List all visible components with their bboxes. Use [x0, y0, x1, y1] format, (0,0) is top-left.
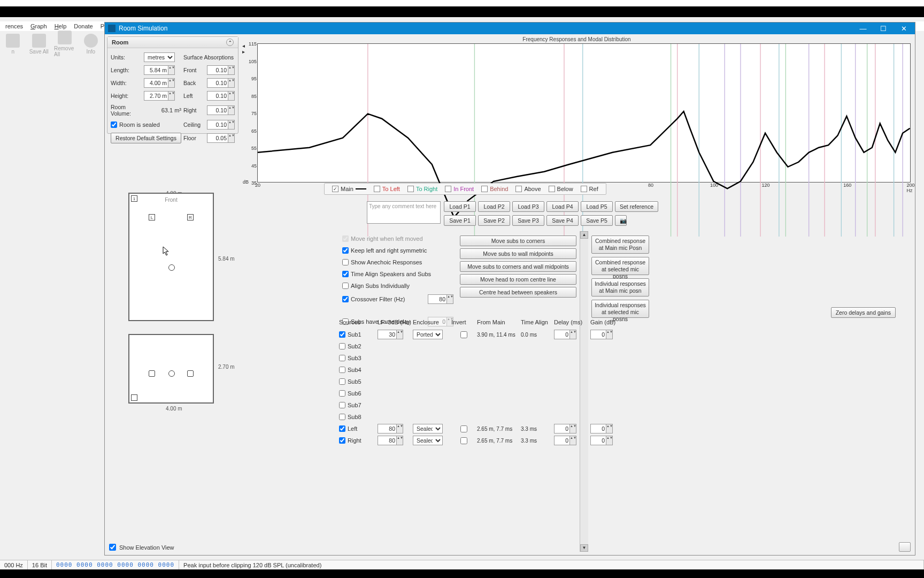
lf-input[interactable] — [378, 330, 397, 339]
save-p4-button[interactable]: Save P4 — [546, 215, 579, 226]
sealed-checkbox[interactable] — [111, 121, 117, 128]
combined-selected-button[interactable]: Combined response at selected mic posns — [591, 257, 649, 275]
source-checkbox[interactable] — [339, 355, 345, 361]
toright-checkbox[interactable] — [407, 186, 414, 192]
minimize-button[interactable]: — — [853, 24, 873, 33]
enclosure-select[interactable]: Sealed — [413, 436, 443, 445]
cursor-icon — [163, 246, 170, 256]
load-p2-button[interactable]: Load P2 — [478, 201, 510, 212]
save-p3-button[interactable]: Save P3 — [512, 215, 544, 226]
infront-checkbox[interactable] — [445, 186, 451, 192]
left-abs-input[interactable] — [207, 91, 228, 101]
back-abs-input[interactable] — [207, 78, 228, 88]
save-p2-button[interactable]: Save P2 — [478, 215, 510, 226]
status-bar: 000 Hz 16 Bit 0000 0000 0000 0000 0000 0… — [0, 560, 924, 569]
invert-checkbox[interactable] — [460, 425, 467, 432]
menu-item[interactable]: Graph — [27, 22, 50, 31]
set-reference-button[interactable]: Set reference — [615, 201, 658, 212]
elevation-view[interactable] — [128, 334, 214, 404]
source-checkbox[interactable] — [339, 367, 345, 373]
centre-head-button[interactable]: Centre head between speakers — [460, 287, 576, 298]
invert-checkbox[interactable] — [460, 331, 467, 338]
head-marker[interactable] — [168, 370, 175, 377]
toleft-checkbox[interactable] — [374, 186, 380, 192]
units-select[interactable]: metres — [144, 52, 175, 62]
alignsubs-checkbox[interactable] — [342, 283, 349, 289]
move-head-button[interactable]: Move head to room centre line — [460, 274, 576, 285]
close-button[interactable]: ✕ — [894, 24, 914, 33]
load-p4-button[interactable]: Load P4 — [546, 201, 579, 212]
remove-all-button[interactable]: Remove All — [54, 31, 76, 57]
front-abs-input[interactable] — [207, 65, 228, 75]
timealign-checkbox[interactable] — [342, 271, 349, 277]
gain-input[interactable] — [590, 330, 606, 339]
menu-item[interactable]: Help — [51, 22, 70, 31]
save-icon — [32, 34, 46, 48]
titlebar[interactable]: Room Simulation — ☐ ✕ — [105, 22, 915, 34]
main-checkbox[interactable]: ✓ — [332, 186, 338, 192]
source-checkbox[interactable] — [339, 343, 345, 349]
enclosure-select[interactable]: Ported — [413, 330, 443, 339]
gain-input[interactable] — [590, 436, 606, 445]
ceiling-abs-input[interactable] — [207, 120, 228, 130]
menu-item[interactable]: Donate — [71, 22, 96, 31]
collapse-icon[interactable]: ⌃ — [226, 39, 234, 46]
source-checkbox[interactable] — [339, 437, 345, 444]
right-speaker-marker[interactable] — [187, 370, 194, 377]
source-checkbox[interactable] — [339, 414, 345, 420]
left-speaker-marker[interactable]: L — [149, 214, 155, 220]
floor-abs-input[interactable] — [207, 133, 228, 143]
save-p5-button[interactable]: Save P5 — [581, 215, 613, 226]
save-p1-button[interactable]: Save P1 — [444, 215, 476, 226]
length-input[interactable] — [144, 65, 168, 75]
crossover-checkbox[interactable] — [342, 296, 349, 302]
head-marker[interactable] — [168, 264, 175, 271]
settings-gear-button[interactable] — [899, 542, 911, 552]
anechoic-checkbox[interactable] — [342, 259, 349, 265]
lf-input[interactable] — [378, 424, 397, 434]
load-p3-button[interactable]: Load P3 — [512, 201, 544, 212]
invert-checkbox[interactable] — [460, 437, 467, 444]
menu-item[interactable]: rences — [2, 22, 26, 31]
individual-main-button[interactable]: Individual responses at Main mic posn — [591, 278, 649, 296]
gain-input[interactable] — [590, 424, 606, 434]
symmetric-checkbox[interactable] — [342, 247, 349, 254]
maximize-button[interactable]: ☐ — [873, 24, 894, 33]
right-speaker-marker[interactable]: R — [187, 214, 194, 220]
source-checkbox[interactable] — [339, 378, 345, 385]
camera-button[interactable]: 📷 — [615, 215, 627, 226]
load-p1-button[interactable]: Load P1 — [444, 201, 476, 212]
source-checkbox[interactable] — [339, 331, 345, 338]
left-speaker-marker[interactable] — [149, 370, 155, 377]
source-checkbox[interactable] — [339, 402, 345, 408]
source-checkbox[interactable] — [339, 390, 345, 397]
delay-input[interactable] — [554, 424, 570, 434]
source-checkbox[interactable] — [339, 425, 345, 432]
frequency-chart[interactable] — [257, 43, 911, 182]
height-input[interactable] — [144, 91, 168, 101]
move-subs-both-button[interactable]: Move subs to corners and wall midpoints — [460, 261, 576, 272]
right-abs-input[interactable] — [207, 105, 228, 115]
window-title: Room Simulation — [119, 25, 853, 32]
delay-input[interactable] — [554, 330, 570, 339]
crossover-input[interactable] — [428, 294, 447, 304]
sub-marker[interactable] — [131, 394, 137, 401]
tool-btn[interactable]: n — [2, 34, 24, 55]
delay-input[interactable] — [554, 436, 570, 445]
save-all-button[interactable]: Save All — [28, 34, 50, 55]
plan-view[interactable]: 1 Front L R — [128, 193, 214, 321]
comment-input[interactable]: Type any comment text here — [367, 201, 441, 224]
move-subs-corners-button[interactable]: Move subs to corners — [460, 235, 576, 246]
restore-defaults-button[interactable]: Restore Default Settings — [111, 133, 181, 143]
app-icon — [108, 25, 116, 32]
width-input[interactable] — [144, 78, 168, 88]
behind-checkbox[interactable] — [481, 186, 488, 192]
enclosure-select[interactable]: Sealed — [413, 424, 443, 434]
load-p5-button[interactable]: Load P5 — [581, 201, 613, 212]
sources-table: Sources LF -3dB (Hz) Enclosure Invert Fr… — [339, 305, 896, 446]
show-elevation-checkbox[interactable] — [109, 544, 116, 551]
info-button[interactable]: Info — [80, 34, 102, 55]
move-subs-midpoints-button[interactable]: Move subs to wall midpoints — [460, 248, 576, 259]
combined-main-button[interactable]: Combined response at Main mic Posn — [591, 235, 649, 254]
lf-input[interactable] — [378, 436, 397, 445]
